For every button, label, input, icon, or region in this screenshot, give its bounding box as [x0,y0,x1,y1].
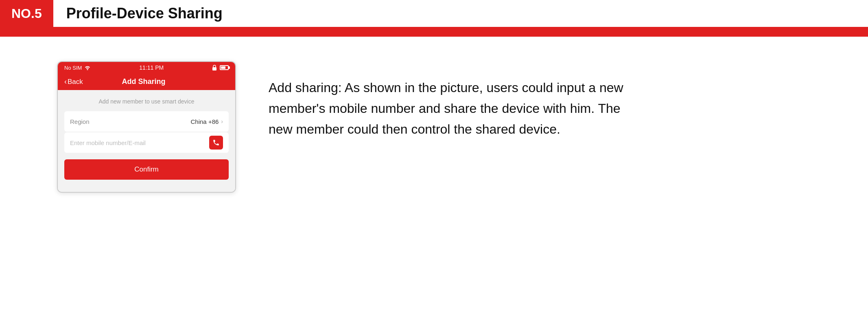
red-divider [0,29,868,37]
form-area: Add new member to use smart device Regio… [58,90,235,192]
region-row[interactable]: Region China +86 › [64,111,229,132]
phone-mockup: No SIM 11:11 PM ‹ [57,61,236,193]
lock-icon [212,65,217,70]
chevron-right-icon: › [221,118,223,125]
mobile-input-placeholder: Enter mobile number/E-mail [70,139,146,146]
status-right [212,65,229,70]
status-left: No SIM [64,65,91,71]
region-label: Region [70,118,90,125]
back-label[interactable]: Back [68,78,83,86]
phone-contact-button[interactable] [209,136,223,150]
main-content: No SIM 11:11 PM ‹ [0,37,868,209]
description-text: Add sharing: As shown in the picture, us… [269,77,635,140]
nav-bar: ‹ Back Add Sharing [58,73,235,90]
page-header: NO.5 Profile-Device Sharing [0,0,868,29]
region-value-text: China +86 [191,118,219,125]
status-bar: No SIM 11:11 PM [58,62,235,73]
form-subtitle: Add new member to use smart device [64,98,229,105]
battery-icon [220,65,229,70]
region-value: China +86 › [191,118,223,125]
confirm-button[interactable]: Confirm [64,159,229,180]
nav-title: Add Sharing [83,77,204,86]
back-button[interactable]: ‹ Back [64,77,83,86]
phone-icon [212,139,220,146]
svg-rect-0 [212,67,216,70]
status-time: 11:11 PM [139,64,164,71]
no-sim-text: No SIM [64,65,82,71]
section-badge: NO.5 [0,0,53,27]
wifi-icon [84,65,91,70]
mobile-input-row: Enter mobile number/E-mail [64,132,229,153]
back-chevron-icon: ‹ [64,77,67,86]
page-title: Profile-Device Sharing [66,5,223,22]
confirm-label: Confirm [134,165,159,174]
